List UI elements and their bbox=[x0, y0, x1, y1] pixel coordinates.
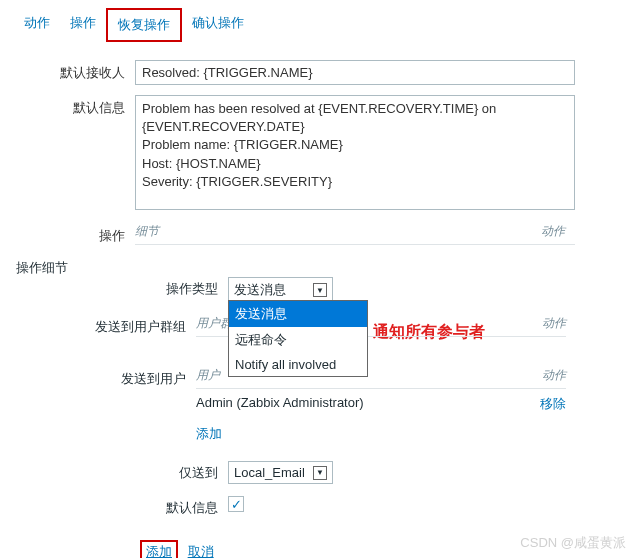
operations-table-header: 细节 动作 bbox=[135, 223, 575, 245]
detail-default-msg-label: 默认信息 bbox=[78, 496, 228, 517]
default-message-label: 默认信息 bbox=[0, 95, 135, 117]
add-user-link[interactable]: 添加 bbox=[196, 425, 222, 443]
detail-add-link[interactable]: 添加 bbox=[140, 540, 178, 558]
only-send-to-label: 仅送到 bbox=[78, 461, 228, 482]
tabs-bar: 动作 操作 恢复操作 确认操作 bbox=[0, 8, 636, 42]
default-msg-checkbox[interactable]: ✓ bbox=[228, 496, 244, 512]
op-type-dropdown: 发送消息 远程命令 Notify all involved bbox=[228, 300, 368, 377]
dropdown-opt-send-message[interactable]: 发送消息 bbox=[229, 301, 367, 327]
tab-operation[interactable]: 操作 bbox=[60, 8, 106, 42]
op-type-label: 操作类型 bbox=[78, 277, 228, 298]
ops-action-col: 动作 bbox=[495, 223, 575, 240]
dropdown-opt-remote-command[interactable]: 远程命令 bbox=[229, 327, 367, 353]
tab-recovery-operation[interactable]: 恢复操作 bbox=[106, 8, 182, 42]
chevron-down-icon: ▼ bbox=[313, 283, 327, 297]
tab-action[interactable]: 动作 bbox=[14, 8, 60, 42]
user-name: Admin (Zabbix Administrator) bbox=[196, 395, 516, 413]
operations-label: 操作 bbox=[0, 223, 135, 245]
default-message-textarea[interactable]: Problem has been resolved at {EVENT.RECO… bbox=[135, 95, 575, 210]
remove-user-link[interactable]: 移除 bbox=[540, 396, 566, 411]
table-row: Admin (Zabbix Administrator) 移除 bbox=[196, 389, 566, 419]
dropdown-opt-notify-all[interactable]: Notify all involved bbox=[229, 353, 367, 376]
op-type-value: 发送消息 bbox=[234, 281, 286, 299]
send-to-groups-label: 发送到用户群组 bbox=[78, 315, 196, 336]
chevron-down-icon: ▼ bbox=[313, 466, 327, 480]
only-send-to-value: Local_Email bbox=[234, 465, 305, 480]
send-to-users-label: 发送到用户 bbox=[78, 367, 196, 388]
users-col-action: 动作 bbox=[516, 367, 566, 384]
operation-detail-panel: 操作类型 发送消息 ▼ 发送消息 远程命令 Notify all involve… bbox=[78, 263, 576, 539]
operation-detail-label: 操作细节 bbox=[0, 255, 78, 277]
watermark: CSDN @咸蛋黄派 bbox=[520, 534, 626, 552]
users-table: 用户 动作 Admin (Zabbix Administrator) 移除 添加 bbox=[196, 367, 566, 449]
ops-detail-col: 细节 bbox=[135, 223, 495, 240]
default-recipient-label: 默认接收人 bbox=[0, 60, 135, 82]
groups-col-action: 动作 bbox=[516, 315, 566, 332]
only-send-to-select[interactable]: Local_Email ▼ bbox=[228, 461, 333, 484]
detail-cancel-link[interactable]: 取消 bbox=[182, 542, 220, 558]
tab-confirm-operation[interactable]: 确认操作 bbox=[182, 8, 254, 42]
default-recipient-input[interactable] bbox=[135, 60, 575, 85]
